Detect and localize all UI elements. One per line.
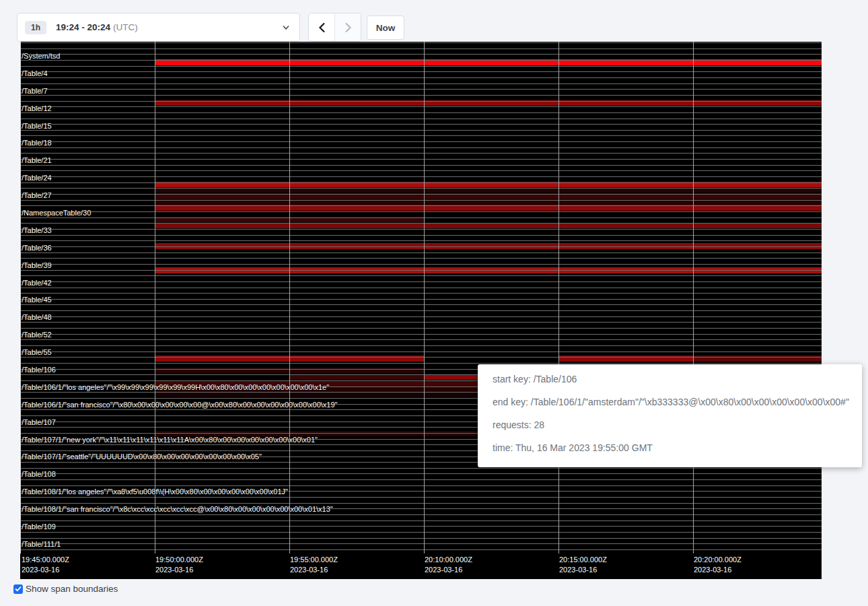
grid-hline [20,135,822,136]
grid-hline [20,89,822,90]
row-label: /Table/15 [22,122,52,130]
grid-hline [20,119,822,119]
grid-hline [20,246,822,247]
range-value: 19:24 - 20:24 [56,22,110,32]
row-label: /Table/108/1/"los angeles"/"\xa8\xf5\u00… [22,487,288,496]
x-axis-tick: 19:50:00.000Z2023-03-16 [155,555,203,575]
tooltip-time: time: Thu, 16 Mar 2023 19:55:00 GMT [493,436,850,459]
row-label: /Table/111/1 [22,540,61,548]
grid-hline [20,223,822,224]
row-label: /Table/107 [22,418,56,426]
grid-hline [20,101,822,102]
grid-hline [20,468,822,469]
tooltip-requests: requests: 28 [493,413,850,436]
row-label: /Table/52 [22,331,52,339]
show-span-boundaries-toggle[interactable]: Show span boundaries [13,584,118,594]
grid-hline [20,549,822,550]
grid-hline [20,200,822,201]
row-label: /Table/107/1/"new york"/"\x11\x11\x11\x1… [22,436,318,444]
grid-hline [20,194,822,195]
row-label: /Table/36 [22,244,52,252]
grid-hline [20,334,822,335]
grid-hline [20,252,822,253]
tooltip-end-key: end key: /Table/106/1/"amsterdam"/"\xb33… [493,391,850,413]
row-label: /Table/4 [22,69,48,77]
grid-hline [20,339,822,340]
grid-hline [20,351,822,352]
grid-hline [20,106,822,107]
grid-hline [20,538,822,539]
tooltip-start-key: start key: /Table/106 [493,368,850,391]
grid-hline [20,288,822,288]
grid-hline [20,71,822,72]
grid-hline [20,170,822,171]
row-label: /Table/24 [22,174,52,182]
row-label: /Table/39 [22,261,52,269]
grid-hline [20,159,822,160]
row-label: /Table/106/1/"los angeles"/"\x99\x99\x99… [22,383,329,391]
row-label: /Table/108 [22,470,56,478]
range-timezone: (UTC) [113,22,138,32]
now-button[interactable]: Now [367,15,404,40]
x-axis-tick: 20:20:00.000Z2023-03-16 [694,555,742,575]
grid-hline [20,165,822,166]
heat-band [694,356,822,362]
grid-hline [20,485,822,486]
grid-hline [20,141,822,142]
grid-hline [20,473,822,474]
chevron-right-icon [345,22,352,33]
show-span-boundaries-label: Show span boundaries [26,584,118,594]
grid-hline [20,526,822,527]
grid-hline [20,363,822,364]
grid-hline [20,176,822,177]
range-duration-badge: 1h [25,21,46,34]
x-axis-tick: 19:55:00.000Z2023-03-16 [290,555,338,575]
grid-hline [20,270,822,271]
next-range-button[interactable] [334,13,361,41]
grid-hline [20,205,822,206]
grid-hline [20,532,822,533]
row-label: /Table/108/1/"san francisco"/"\x8c\xcc\x… [22,505,333,513]
grid-hline [20,293,822,294]
x-axis-tick-date: 2023-03-16 [22,565,69,575]
grid-hline [20,299,822,300]
x-axis-tick: 20:15:00.000Z2023-03-16 [559,555,607,575]
range-nav-group [308,13,361,42]
grid-hline [20,48,822,49]
grid-hline [20,147,822,148]
prev-range-button[interactable] [309,13,334,41]
grid-hline [20,240,822,241]
row-label: /Table/42 [22,279,52,287]
row-label: /Table/7 [22,87,48,95]
span-tooltip: start key: /Table/106 end key: /Table/10… [478,364,862,467]
row-label: /Table/45 [22,296,52,304]
key-visualizer-canvas[interactable]: /System/tsd/Table/4/Table/7/Table/12/Tab… [20,42,822,579]
grid-hline [20,60,822,61]
grid-hline [20,229,822,230]
grid-hline [20,217,822,218]
grid-hline [20,258,822,259]
row-label: /Table/12 [22,104,52,112]
show-span-boundaries-checkbox[interactable] [13,584,23,594]
x-axis-tick-time: 20:15:00.000Z [559,555,607,565]
grid-hline [20,83,822,84]
row-label: /Table/27 [22,191,52,199]
grid-hline [20,130,822,131]
grid-hline [20,66,822,67]
grid-hline [20,54,822,55]
grid-hline [20,77,822,78]
chevron-down-icon [282,25,290,30]
grid-hline [20,95,822,96]
row-label: /NamespaceTable/30 [22,209,91,217]
time-range-selector[interactable]: 1h 19:24 - 20:24(UTC) [17,13,300,42]
grid-hline [20,42,822,43]
grid-hline [20,275,822,276]
row-label: /Table/18 [22,139,52,147]
row-label: /System/tsd [22,52,60,60]
grid-hline [20,479,822,480]
x-axis-tick-date: 2023-03-16 [694,565,742,575]
x-axis-tick-date: 2023-03-16 [425,565,472,575]
row-label: /Table/106 [22,366,56,374]
grid-hline [20,281,822,282]
x-axis-tick-time: 19:55:00.000Z [290,555,338,565]
